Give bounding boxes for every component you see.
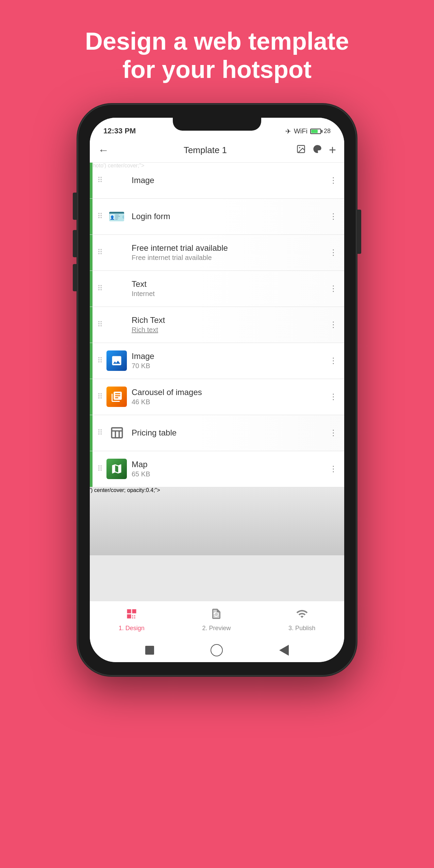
item-content: Login form [132,212,325,221]
drag-handle-icon: ⠿ [93,320,106,329]
battery-icon [310,129,321,134]
headline-line2: for your hotspot [122,56,312,83]
list-item[interactable]: ⠿ Carousel of images 46 KB ⋮ [90,379,344,415]
gesture-square-icon [145,646,154,655]
item-subtitle: 70 KB [132,362,325,370]
nav-label-publish: 3. Publish [288,625,315,632]
more-menu-icon[interactable]: ⋮ [325,284,337,293]
item-title: Map [132,460,325,469]
more-menu-icon[interactable]: ⋮ [325,428,337,438]
item-content: Carousel of images 46 KB [132,388,325,406]
item-thumb [106,314,127,335]
item-subtitle: Free internet trial available [132,254,325,262]
item-title: Login form [132,212,325,221]
nav-item-publish[interactable]: 3. Publish [288,608,315,632]
drag-handle-icon: ⠿ [93,392,106,401]
item-subtitle: Rich text [132,326,325,334]
bottom-nav: 1. Design 2. Preview 3. Publish [90,601,344,638]
list-item[interactable]: ⠿ Free internet trial available Free int… [90,235,344,271]
item-content: Text Internet [132,279,325,298]
item-content: Image 70 KB [132,351,325,370]
image-icon[interactable] [296,144,306,156]
list-item[interactable]: ⠿ Map 65 KB ⋮ [90,451,344,487]
drag-handle-icon: ⠿ [93,428,106,437]
item-title: Rich Text [132,315,325,325]
item-title: Pricing table [132,428,325,438]
nav-item-preview[interactable]: 2. Preview [202,608,231,632]
list-item[interactable]: photo') center/cover;"> ⠿ Image ⋮ [90,163,344,199]
list-item[interactable]: ⠿ Rich Text Rich text ⋮ [90,307,344,343]
status-icons: ✈ WiFi 28 [285,127,334,135]
drag-handle-icon: ⠿ [93,176,106,185]
more-menu-icon[interactable]: ⋮ [325,464,337,474]
item-title: Text [132,279,325,289]
preview-icon [210,608,222,623]
more-menu-icon[interactable]: ⋮ [325,212,337,221]
header-title: Template 1 [114,145,296,155]
more-menu-icon[interactable]: ⋮ [325,356,337,365]
id-card-icon: 🪪 [108,209,125,225]
list-area: photo') center/cover;"> ⠿ Image ⋮ [90,163,344,601]
nav-label-design: 1. Design [119,625,145,632]
wifi-icon: WiFi [294,127,307,135]
list-scroll: photo') center/cover;"> ⠿ Image ⋮ [90,163,344,601]
phone-frame: 12:33 PM ✈ WiFi 28 ← Template 1 [78,104,356,676]
more-menu-icon[interactable]: ⋮ [325,176,337,185]
list-item[interactable]: ⠿ Text Internet ⋮ [90,271,344,307]
item-title: Image [132,176,325,185]
item-content: Pricing table [132,428,325,438]
nav-label-preview: 2. Preview [202,625,231,632]
gesture-circle-icon [211,644,223,656]
list-item[interactable]: ⠿ 🪪 Login form ⋮ [90,199,344,235]
drag-handle-icon: ⠿ [93,212,106,221]
battery-label: 28 [324,128,331,135]
item-thumb [106,423,127,443]
phone-screen: 12:33 PM ✈ WiFi 28 ← Template 1 [90,118,344,662]
gesture-back-icon [279,645,289,656]
drag-handle-icon: ⠿ [93,248,106,257]
item-subtitle: Internet [132,290,325,298]
item-thumb [106,278,127,299]
item-thumb [106,350,127,371]
drag-handle-icon: ⠿ [93,464,106,473]
more-menu-icon[interactable]: ⋮ [325,392,337,402]
item-thumb [106,459,127,479]
publish-icon [296,608,308,623]
status-time: 12:33 PM [100,127,136,135]
gesture-bar [90,638,344,662]
more-menu-icon[interactable]: ⋮ [325,248,337,257]
header-icons: + [296,143,336,157]
item-content: Map 65 KB [132,460,325,478]
list-item[interactable]: ⠿ Image 70 KB ⋮ [90,343,344,379]
headline-line1: Design a web template [85,28,349,55]
headline: Design a web template for your hotspot [65,27,369,84]
app-header: ← Template 1 + [90,138,344,163]
back-button[interactable]: ← [98,144,109,157]
more-menu-icon[interactable]: ⋮ [325,320,337,329]
item-content: Free internet trial available Free inter… [132,243,325,262]
svg-point-1 [299,147,300,148]
item-title: Free internet trial available [132,243,325,253]
drag-handle-icon: ⠿ [93,284,106,293]
airplane-icon: ✈ [285,127,291,135]
nav-item-design[interactable]: 1. Design [119,608,145,632]
list-item[interactable]: ⠿ Pricing table ⋮ [90,415,344,451]
item-thumb [106,170,127,191]
item-thumb: 🪪 [106,206,127,227]
drag-handle-icon: ⠿ [93,356,106,365]
item-thumb [106,242,127,263]
phone-notch [173,118,261,131]
item-thumb [106,387,127,407]
palette-icon[interactable] [313,144,322,156]
item-subtitle: 65 KB [132,470,325,478]
add-button[interactable]: + [329,143,336,157]
item-content: Rich Text Rich text [132,315,325,334]
item-content: Image [132,176,325,185]
item-title: Image [132,351,325,361]
item-subtitle: 46 KB [132,398,325,406]
item-title: Carousel of images [132,388,325,397]
design-icon [126,608,138,623]
